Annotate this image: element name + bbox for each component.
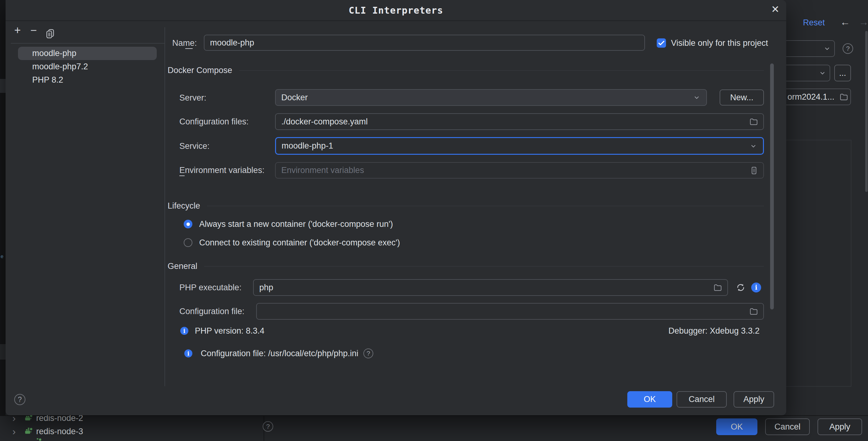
folder-icon[interactable]	[714, 284, 722, 291]
section-title: Lifecycle	[167, 201, 200, 211]
configuration-files-input[interactable]: ./docker-compose.yaml	[275, 113, 764, 130]
visible-only-label[interactable]: Visible only for this project	[671, 38, 768, 48]
configuration-file-input[interactable]	[256, 303, 764, 320]
add-interpreter-button[interactable]: +	[14, 25, 21, 36]
env-list-icon[interactable]	[750, 166, 758, 175]
tree-row-redis-node-3[interactable]: › redis-node-3	[12, 426, 83, 437]
container-icon	[33, 438, 42, 441]
chevron-right-icon[interactable]: ›	[12, 427, 16, 436]
php-executable-label: PHP executable:	[179, 282, 242, 293]
docker-compose-section-header: Docker Compose	[167, 65, 764, 75]
radio-label[interactable]: Connect to existing container ('docker-c…	[199, 238, 400, 247]
configuration-file-info: Configuration file: /usr/local/etc/php/p…	[201, 348, 359, 359]
name-value: moodle-php	[210, 38, 254, 48]
environment-variables-input[interactable]: Environment variables	[275, 162, 764, 178]
ok-button[interactable]: OK	[716, 418, 757, 435]
environment-variables-placeholder: Environment variables	[281, 166, 364, 175]
radio-unselected-icon	[184, 238, 192, 247]
container-icon	[24, 427, 33, 436]
section-title: Docker Compose	[167, 66, 232, 75]
service-select[interactable]: moodle-php-1	[275, 137, 764, 155]
help-icon[interactable]: ?	[263, 421, 273, 432]
list-item-label: moodle-php	[32, 48, 76, 58]
folder-icon[interactable]	[840, 93, 848, 101]
info-icon: i	[184, 349, 192, 358]
stripe-button[interactable]	[0, 79, 6, 93]
environment-variables-label: Environment variables:	[179, 165, 265, 175]
visible-only-checkbox[interactable]	[657, 38, 666, 48]
list-item-moodle-php[interactable]: moodle-php	[18, 47, 157, 60]
name-mnemonic-underline	[185, 48, 193, 49]
section-line	[204, 266, 764, 267]
dialog-scrollbar[interactable]	[770, 63, 774, 309]
list-item-label: moodle-php7.2	[32, 62, 88, 71]
service-label: Service:	[179, 141, 210, 151]
remove-interpreter-button[interactable]: −	[30, 25, 37, 36]
radio-selected-icon	[184, 220, 192, 228]
dialog-title: CLI Interpreters	[349, 5, 443, 16]
help-icon[interactable]: ?	[14, 394, 25, 405]
help-icon[interactable]: ?	[843, 43, 853, 54]
panel-divider	[164, 27, 165, 386]
general-section-header: General	[167, 261, 764, 271]
chevron-down-icon	[693, 94, 701, 102]
configuration-files-label: Configuration files:	[179, 116, 249, 127]
name-input[interactable]: moodle-php	[204, 35, 645, 51]
copy-interpreter-button[interactable]	[45, 29, 55, 39]
background-combo-clipped[interactable]	[786, 40, 835, 57]
cancel-button[interactable]: Cancel	[677, 391, 727, 408]
list-item-label: PHP 8.2	[32, 75, 63, 85]
debugger-info: Debugger: Xdebug 3.3.2	[669, 326, 760, 336]
server-label: Server:	[179, 93, 206, 103]
cli-interpreters-dialog: CLI Interpreters ✕ + − moodle-php moodle…	[6, 0, 786, 415]
name-label: Name:	[172, 38, 197, 48]
apply-button[interactable]: Apply	[734, 391, 774, 408]
chevron-down-icon	[749, 142, 757, 150]
configuration-file-label: Configuration file:	[179, 306, 244, 316]
back-arrow-icon[interactable]: ←	[840, 17, 850, 27]
forward-arrow-icon: →	[859, 17, 868, 27]
reload-phpinfo-icon[interactable]	[736, 282, 746, 293]
configuration-files-value: ./docker-compose.yaml	[281, 117, 368, 127]
background-combo-clipped[interactable]	[786, 65, 830, 81]
help-icon[interactable]: ?	[363, 348, 373, 359]
server-value: Docker	[281, 93, 308, 102]
path-value: orm2024.1...	[787, 92, 835, 102]
info-icon: i	[180, 327, 188, 335]
ok-button[interactable]: OK	[627, 391, 672, 408]
section-line	[207, 206, 764, 206]
env-mnemonic-underline	[179, 175, 185, 176]
background-scrollbar[interactable]	[865, 31, 868, 192]
radio-always-start-new-container[interactable]: Always start a new container ('docker-co…	[184, 219, 393, 229]
list-item-moodle-php7-2[interactable]: moodle-php7.2	[18, 60, 157, 73]
section-title: General	[167, 262, 197, 271]
toolbar-separator	[11, 43, 165, 44]
list-item-php-8-2[interactable]: PHP 8.2	[18, 73, 157, 87]
background-table-edge	[786, 140, 851, 386]
folder-icon[interactable]	[750, 118, 758, 125]
stripe-button[interactable]	[0, 344, 6, 360]
tool-window-stripe	[0, 0, 6, 441]
browse-more-button[interactable]: ...	[834, 65, 851, 81]
php-executable-input[interactable]: php	[253, 279, 728, 296]
apply-button[interactable]: Apply	[817, 418, 862, 435]
info-icon[interactable]: i	[751, 282, 761, 293]
reset-link[interactable]: Reset	[803, 18, 825, 28]
dialog-titlebar: CLI Interpreters ✕	[6, 0, 786, 21]
chevron-down-icon	[818, 69, 827, 77]
tree-item-label[interactable]: redis-node-3	[36, 427, 83, 436]
php-executable-value: php	[259, 283, 273, 293]
service-value: moodle-php-1	[282, 141, 333, 151]
lifecycle-section-header: Lifecycle	[167, 201, 764, 211]
radio-connect-existing-container[interactable]: Connect to existing container ('docker-c…	[184, 238, 400, 247]
section-line	[239, 70, 764, 71]
radio-label[interactable]: Always start a new container ('docker-co…	[199, 219, 393, 229]
server-select[interactable]: Docker	[275, 89, 707, 106]
php-version-info: PHP version: 8.3.4	[195, 326, 265, 336]
background-path-field-clipped[interactable]: orm2024.1...	[786, 89, 851, 105]
new-server-button[interactable]: New...	[720, 90, 764, 105]
folder-icon[interactable]	[750, 308, 758, 315]
clipped-editor-text: e	[1, 254, 3, 259]
cancel-button[interactable]: Cancel	[765, 418, 810, 435]
close-icon[interactable]: ✕	[771, 4, 779, 14]
